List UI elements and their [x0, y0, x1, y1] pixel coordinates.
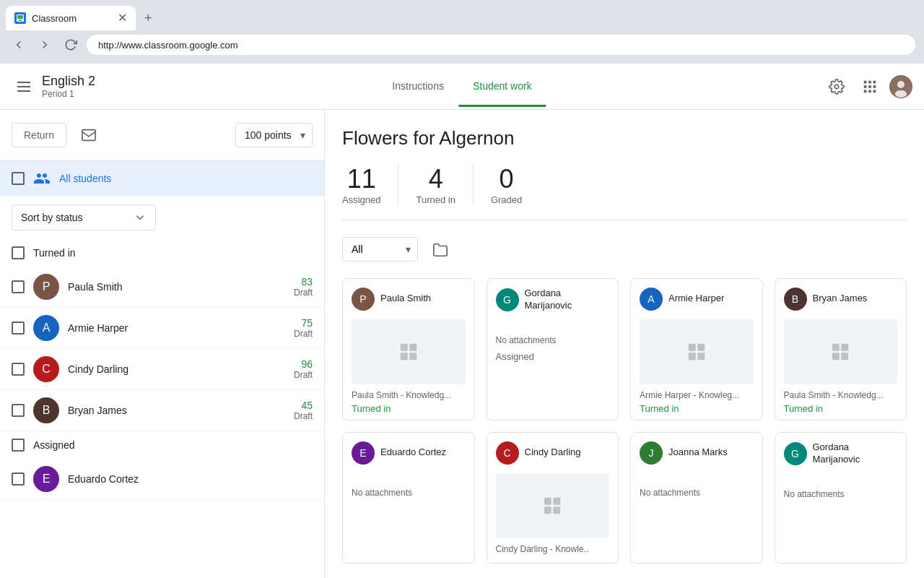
student-name: Bryan James	[68, 405, 285, 416]
svg-point-14	[897, 81, 905, 88]
points-select[interactable]: 100 points	[235, 123, 313, 147]
score-value: 83	[294, 276, 313, 288]
hamburger-button[interactable]	[12, 76, 36, 98]
svg-rect-5	[868, 80, 871, 83]
card-body: Cindy Darling - Knowle..	[487, 538, 619, 563]
folder-button[interactable]	[427, 235, 454, 264]
card-no-attachment: No attachments	[784, 483, 898, 505]
stats-row: 11 Assigned 4 Turned in 0 Graded	[342, 164, 907, 220]
app-header: English 2 Period 1 Instructions Student …	[0, 64, 924, 110]
document-icon	[398, 341, 419, 363]
stat-label-assigned: Assigned	[342, 194, 380, 205]
sort-dropdown[interactable]: Sort by status	[12, 204, 156, 230]
new-tab-button[interactable]: +	[139, 8, 158, 29]
svg-rect-25	[832, 343, 840, 350]
all-students-row[interactable]: All students	[0, 161, 324, 196]
student-card[interactable]: G Gordana Marijanovic No attachments	[775, 432, 907, 564]
return-button[interactable]: Return	[12, 123, 66, 147]
nav-instructions[interactable]: Instructions	[378, 66, 458, 107]
browser-tab[interactable]: Classroom ✕	[6, 6, 136, 30]
student-score: 45 Draft	[294, 400, 313, 421]
student-score: 83 Draft	[294, 276, 313, 298]
stat-turned-in: 4 Turned in	[398, 164, 473, 205]
svg-rect-4	[864, 80, 867, 83]
score-value: 45	[294, 400, 313, 411]
svg-rect-10	[864, 90, 867, 92]
student-checkbox[interactable]	[12, 404, 25, 417]
student-checkbox[interactable]	[12, 363, 25, 376]
assigned-title: Assigned	[33, 439, 75, 451]
card-body: Paula Smith - Knowledg... Turned in	[343, 384, 474, 420]
url-input[interactable]	[87, 35, 915, 55]
turned-in-checkbox[interactable]	[12, 246, 25, 259]
student-card[interactable]: C Cindy Darling Cindy Darling - Knowle..	[487, 432, 619, 564]
document-icon	[686, 341, 707, 363]
student-checkbox[interactable]	[12, 473, 25, 486]
svg-rect-22	[697, 343, 705, 350]
card-thumbnail	[496, 473, 610, 538]
card-body: No attachments Assigned	[487, 321, 619, 371]
card-name: Paula Smith	[380, 293, 431, 305]
back-button[interactable]	[9, 35, 29, 55]
svg-rect-11	[868, 90, 871, 92]
student-name: Armie Harper	[68, 322, 285, 334]
document-icon	[829, 341, 851, 363]
card-avatar: G	[496, 288, 519, 311]
svg-rect-32	[554, 506, 561, 514]
card-thumbnail	[640, 319, 754, 384]
nav-student-work[interactable]: Student work	[458, 66, 546, 107]
mail-button[interactable]	[75, 121, 103, 149]
stat-number-graded: 0	[491, 164, 522, 194]
student-card[interactable]: G Gordana Marijanovic No attachments Ass…	[487, 278, 619, 420]
score-label: Draft	[294, 411, 313, 421]
student-card[interactable]: E Eduardo Cortez No attachments	[342, 432, 475, 564]
student-card[interactable]: P Paula Smith Paula Smith - Knowledg... …	[342, 278, 475, 420]
student-card[interactable]: A Armie Harper Armie Harper - Knowleg...…	[630, 278, 763, 420]
card-name: Cindy Darling	[525, 447, 581, 459]
card-header: C Cindy Darling	[487, 433, 619, 473]
svg-rect-2	[19, 20, 22, 21]
refresh-button[interactable]	[61, 35, 81, 55]
student-row[interactable]: P Paula Smith 83 Draft	[0, 267, 324, 308]
student-name: Eduardo Cortez	[68, 473, 304, 485]
student-card[interactable]: B Bryan James Paula Smith - Knowledg... …	[775, 278, 907, 420]
student-checkbox[interactable]	[12, 280, 25, 293]
assignment-title: Flowers for Algernon	[342, 127, 907, 150]
svg-point-3	[834, 85, 839, 89]
apps-icon	[862, 79, 878, 95]
student-row[interactable]: E Eduardo Cortez	[0, 459, 324, 500]
student-row[interactable]: A Armie Harper 75 Draft	[0, 308, 324, 349]
forward-button[interactable]	[35, 35, 55, 55]
turned-in-section-header: Turned in	[0, 239, 324, 267]
document-icon	[541, 495, 563, 517]
score-value: 96	[294, 358, 313, 370]
student-card[interactable]: J Joanna Marks No attachments	[630, 432, 763, 564]
classroom-favicon	[14, 12, 26, 24]
avatar: A	[33, 315, 59, 341]
student-checkbox[interactable]	[12, 322, 25, 335]
student-row[interactable]: C Cindy Darling 96 Draft	[0, 349, 324, 390]
svg-rect-30	[554, 497, 561, 504]
card-header: G Gordana Marijanovic	[775, 433, 907, 475]
svg-rect-24	[697, 353, 705, 360]
card-body: Paula Smith - Knowledg... Turned in	[775, 384, 907, 420]
svg-rect-17	[401, 343, 408, 350]
all-students-checkbox[interactable]	[12, 172, 25, 185]
stat-number-assigned: 11	[342, 164, 380, 194]
svg-rect-29	[544, 497, 552, 504]
assigned-checkbox[interactable]	[12, 439, 25, 452]
apps-button[interactable]	[856, 73, 884, 100]
card-status: Turned in	[784, 403, 898, 414]
filter-row: All Turned in Assigned Graded	[342, 235, 907, 264]
student-row[interactable]: B Bryan James 45 Draft	[0, 390, 324, 431]
tab-close-button[interactable]: ✕	[118, 12, 127, 24]
filter-select[interactable]: All Turned in Assigned Graded	[342, 237, 418, 262]
user-avatar[interactable]	[889, 75, 912, 98]
settings-button[interactable]	[823, 73, 850, 100]
svg-rect-9	[873, 85, 876, 88]
card-status: Assigned	[496, 351, 610, 362]
card-thumbnail	[352, 319, 466, 384]
card-name: Gordana Marijanovic	[813, 441, 860, 466]
score-value: 75	[294, 317, 313, 329]
student-name: Paula Smith	[68, 281, 285, 293]
